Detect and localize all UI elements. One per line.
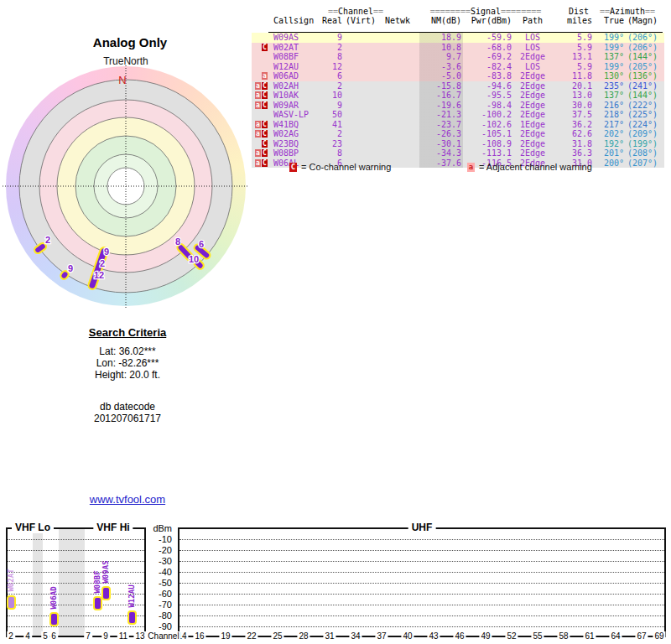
pwr-dbm-cell: -113.1 [463,148,513,158]
callsign-cell: W08BP [268,148,322,158]
pwr-dbm-cell: -105.1 [463,129,513,139]
channel-tick-label: 9 [101,631,110,641]
gridline [8,615,144,616]
co-channel-warning-badge: C [262,82,268,90]
dbm-tick-label: -60 [134,589,172,599]
co-channel-warning-badge: C [262,91,268,99]
column-header: NM(dB) [419,16,463,25]
adjacent-channel-warning-badge: a [255,101,261,109]
gridline [179,615,664,616]
warning-badges: aC [252,149,268,157]
pwr-dbm-cell: -102.6 [463,120,513,130]
adjacent-channel-badge: a [467,163,475,172]
pwr-dbm-cell: -95.5 [463,91,513,101]
true-azimuth-cell: 202° [592,129,624,139]
nm-db-cell: -23.7 [419,120,463,130]
gridline [179,583,664,584]
radar-marker-label: 9 [104,247,109,257]
path-cell: 2Edge [513,71,552,81]
pwr-dbm-cell: -69.2 [463,52,513,62]
true-azimuth-cell: 130° [592,71,624,81]
table-group-header: ========Signal======== [419,7,552,16]
band-label: VHF Hi [93,522,133,533]
channel-tick-label: 43 [427,631,440,641]
table-row: aCW08BP8-34.3-113.12Edge36.3201°(208°) [252,148,664,158]
gridline [179,539,664,540]
table-row: W12AU12-3.6-82.4LOS5.9199°(205°) [252,62,664,72]
co-channel-warning-badge: C [262,130,268,138]
table-rows: W09AS918.9-59.9LOS5.9199°(206°)CW02AT210… [252,33,664,168]
table-row: CW23BQ23-30.1-108.92Edge31.8192°(199°) [252,139,664,149]
nm-db-cell: -5.0 [419,71,463,81]
callsign-cell: W12AU [268,62,322,72]
channel-tick-label: 64 [609,631,622,641]
path-cell: 1Edge [513,120,552,130]
spectrum-marker-label: W06AD [49,556,59,640]
true-azimuth-cell: 137° [592,52,624,62]
magnetic-azimuth-cell: (206°) [624,43,663,53]
real-channel-cell: 8 [322,52,342,62]
spectrum-marker-label: W02AT [6,538,16,622]
channel-tick-label: 46 [453,631,466,641]
callsign-cell: W02AG [268,129,322,139]
north-label: N [118,74,126,86]
distance-cell: 5.9 [552,33,592,43]
channel-tick-label: 16 [193,631,205,641]
dbm-tick-label: -40 [134,568,172,577]
co-channel-badge: C [289,163,297,172]
adjacent-channel-warning-badge: a [262,72,268,80]
channel-tick-label: 28 [297,631,309,641]
real-channel-cell: 6 [322,71,342,81]
dbm-tick-label: -90 [134,622,172,631]
warning-badges: a [252,72,268,80]
gridline [179,561,664,562]
distance-cell: 20.1 [552,81,592,91]
radar-rings-plot: N2992128610 [0,60,252,312]
warning-badges: aC [252,121,268,128]
co-channel-warning-badge: C [262,149,268,157]
path-cell: LOS [513,62,552,72]
tvfool-link[interactable]: www.tvfool.com [90,493,165,506]
magnetic-azimuth-cell: (205°) [624,62,663,72]
warning-badges: C [252,140,268,148]
distance-cell: 62.6 [552,129,592,139]
dbm-tick-label: -50 [134,579,172,588]
table-row: CW02AT210.8-68.0LOS5.9199°(206°) [252,43,664,53]
adjacent-channel-legend: a = Adjacent channel warning [467,162,592,172]
latitude-line: Lat: 36.02*** [48,345,207,357]
nm-db-cell: -37.6 [419,158,463,169]
co-channel-warning-badge: C [262,140,268,148]
magnetic-azimuth-cell: (241°) [624,81,663,91]
true-azimuth-cell: 218° [592,110,624,120]
db-datecode-value: 201207061717 [48,413,207,424]
column-header: (Magn) [624,16,663,25]
nm-db-cell: -34.3 [419,148,463,158]
callsign-cell: W08BF [268,52,322,62]
pwr-dbm-cell: -100.2 [463,110,513,120]
table-row: aW06AD6-5.0-83.82Edge11.8130°(136°) [252,71,664,81]
gridline [8,561,144,562]
callsign-cell: W23BQ [268,139,322,149]
magnetic-azimuth-cell: (206°) [624,33,663,43]
distance-cell: 13.0 [552,91,592,101]
adjacent-channel-warning-badge: a [255,121,261,128]
tvfool-link-wrap: www.tvfool.com [48,493,207,506]
nm-db-cell: -16.7 [419,91,463,101]
search-criteria: Search Criteria Lat: 36.02*** Lon: -82.2… [48,327,207,424]
channel-tick-label: 67 [635,631,648,641]
magnetic-azimuth-cell: (144°) [624,91,663,101]
gridline [179,572,664,573]
distance-cell: 31.8 [552,139,592,149]
gridline [179,626,664,627]
column-header [252,16,268,25]
gridline [179,605,664,605]
gridline [179,550,664,551]
channel-tick-label: 52 [505,631,518,641]
spectrum-marker-label: W09AS [101,530,111,614]
path-cell: 2Edge [513,91,552,101]
distance-cell: 37.5 [552,110,592,120]
radar-marker-label: 8 [175,236,180,247]
warning-badges: aC [252,101,268,109]
co-channel-warning-badge: C [262,159,268,167]
column-header: (Virt) [342,16,376,25]
